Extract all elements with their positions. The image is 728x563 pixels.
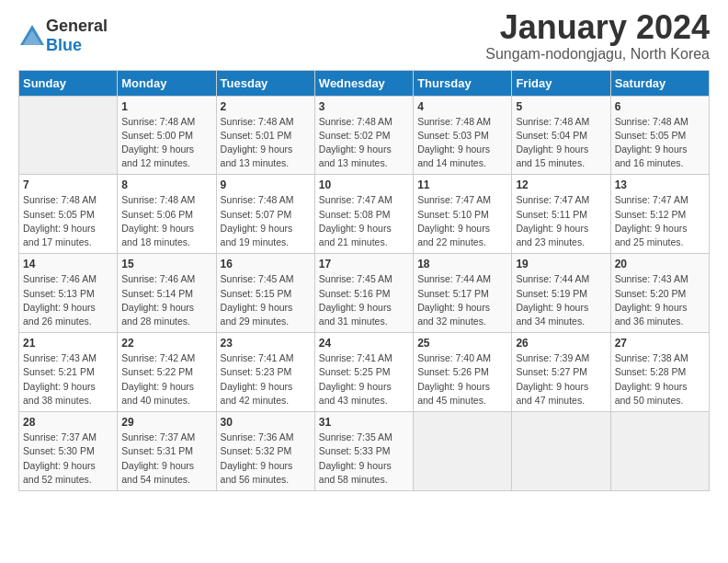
calendar-day-cell: 18Sunrise: 7:44 AMSunset: 5:17 PMDayligh…: [414, 254, 512, 333]
calendar-day-cell: 21Sunrise: 7:43 AMSunset: 5:21 PMDayligh…: [19, 333, 118, 412]
day-number: 7: [23, 178, 113, 191]
calendar-day-cell: [414, 412, 512, 491]
day-number: 26: [516, 337, 606, 350]
day-info: Sunrise: 7:48 AMSunset: 5:06 PMDaylight:…: [121, 193, 211, 249]
day-info: Sunrise: 7:44 AMSunset: 5:19 PMDaylight:…: [516, 272, 606, 328]
day-info: Sunrise: 7:47 AMSunset: 5:08 PMDaylight:…: [319, 193, 409, 249]
calendar-week-row: 21Sunrise: 7:43 AMSunset: 5:21 PMDayligh…: [19, 333, 710, 412]
day-number: 23: [221, 337, 311, 350]
day-number: 29: [121, 416, 211, 429]
day-number: 8: [121, 178, 211, 191]
day-info: Sunrise: 7:48 AMSunset: 5:03 PMDaylight:…: [417, 115, 507, 171]
day-number: 17: [319, 258, 409, 270]
calendar-day-cell: [512, 412, 610, 491]
calendar-day-cell: 6Sunrise: 7:48 AMSunset: 5:05 PMDaylight…: [610, 96, 709, 175]
day-number: 16: [221, 258, 311, 270]
day-number: 21: [23, 337, 113, 350]
calendar-day-cell: 27Sunrise: 7:38 AMSunset: 5:28 PMDayligh…: [610, 333, 709, 412]
day-info: Sunrise: 7:44 AMSunset: 5:17 PMDaylight:…: [417, 272, 507, 328]
calendar-day-cell: 22Sunrise: 7:42 AMSunset: 5:22 PMDayligh…: [118, 333, 216, 412]
calendar-day-cell: 23Sunrise: 7:41 AMSunset: 5:23 PMDayligh…: [216, 333, 314, 412]
day-number: 12: [516, 178, 606, 191]
day-number: 24: [319, 337, 409, 350]
day-number: 30: [221, 416, 311, 429]
day-info: Sunrise: 7:42 AMSunset: 5:22 PMDaylight:…: [121, 351, 211, 408]
calendar-day-cell: 28Sunrise: 7:37 AMSunset: 5:30 PMDayligh…: [19, 412, 118, 491]
day-header-wednesday: Wednesday: [314, 70, 413, 96]
calendar-day-cell: 4Sunrise: 7:48 AMSunset: 5:03 PMDaylight…: [414, 96, 512, 175]
calendar-day-cell: 17Sunrise: 7:45 AMSunset: 5:16 PMDayligh…: [314, 254, 413, 333]
calendar-day-cell: [19, 96, 118, 175]
day-number: 25: [417, 337, 507, 350]
day-info: Sunrise: 7:36 AMSunset: 5:32 PMDaylight:…: [221, 431, 311, 487]
day-number: 28: [23, 416, 113, 429]
month-title: January 2024: [485, 9, 710, 46]
day-header-saturday: Saturday: [610, 70, 709, 96]
day-info: Sunrise: 7:48 AMSunset: 5:02 PMDaylight:…: [319, 115, 409, 171]
calendar-week-row: 28Sunrise: 7:37 AMSunset: 5:30 PMDayligh…: [19, 412, 710, 491]
day-number: 3: [319, 100, 409, 113]
calendar-day-cell: 12Sunrise: 7:47 AMSunset: 5:11 PMDayligh…: [512, 175, 610, 254]
logo-general: General: [46, 17, 108, 35]
logo: General Blue: [18, 17, 108, 55]
day-info: Sunrise: 7:45 AMSunset: 5:16 PMDaylight:…: [319, 272, 409, 328]
day-info: Sunrise: 7:37 AMSunset: 5:31 PMDaylight:…: [121, 431, 211, 487]
calendar-day-cell: 7Sunrise: 7:48 AMSunset: 5:05 PMDaylight…: [19, 175, 118, 254]
calendar-header-row: SundayMondayTuesdayWednesdayThursdayFrid…: [19, 70, 710, 96]
day-info: Sunrise: 7:46 AMSunset: 5:14 PMDaylight:…: [121, 272, 211, 328]
page-header: General Blue January 2024 Sungam-nodongj…: [18, 9, 710, 63]
calendar-table: SundayMondayTuesdayWednesdayThursdayFrid…: [18, 70, 710, 491]
day-header-sunday: Sunday: [19, 70, 118, 96]
calendar-day-cell: 29Sunrise: 7:37 AMSunset: 5:31 PMDayligh…: [118, 412, 216, 491]
day-number: 22: [121, 337, 211, 350]
title-area: January 2024 Sungam-nodongjagu, North Ko…: [485, 9, 710, 63]
calendar-day-cell: 30Sunrise: 7:36 AMSunset: 5:32 PMDayligh…: [216, 412, 314, 491]
day-number: 13: [615, 178, 705, 191]
day-number: 31: [319, 416, 409, 429]
calendar-day-cell: 2Sunrise: 7:48 AMSunset: 5:01 PMDaylight…: [216, 96, 314, 175]
day-info: Sunrise: 7:48 AMSunset: 5:05 PMDaylight:…: [615, 115, 705, 171]
calendar-day-cell: 11Sunrise: 7:47 AMSunset: 5:10 PMDayligh…: [414, 175, 512, 254]
day-info: Sunrise: 7:48 AMSunset: 5:01 PMDaylight:…: [221, 115, 311, 171]
calendar-day-cell: 13Sunrise: 7:47 AMSunset: 5:12 PMDayligh…: [610, 175, 709, 254]
day-info: Sunrise: 7:43 AMSunset: 5:20 PMDaylight:…: [615, 272, 705, 328]
day-number: 20: [615, 258, 705, 270]
calendar-day-cell: 16Sunrise: 7:45 AMSunset: 5:15 PMDayligh…: [216, 254, 314, 333]
day-header-tuesday: Tuesday: [216, 70, 314, 96]
day-number: 19: [516, 258, 606, 270]
day-number: 9: [221, 178, 311, 191]
calendar-day-cell: 9Sunrise: 7:48 AMSunset: 5:07 PMDaylight…: [216, 175, 314, 254]
calendar-week-row: 7Sunrise: 7:48 AMSunset: 5:05 PMDaylight…: [19, 175, 710, 254]
calendar-day-cell: 15Sunrise: 7:46 AMSunset: 5:14 PMDayligh…: [118, 254, 216, 333]
day-info: Sunrise: 7:47 AMSunset: 5:12 PMDaylight:…: [615, 193, 705, 249]
day-number: 27: [615, 337, 705, 350]
day-info: Sunrise: 7:39 AMSunset: 5:27 PMDaylight:…: [516, 351, 606, 408]
calendar-day-cell: 26Sunrise: 7:39 AMSunset: 5:27 PMDayligh…: [512, 333, 610, 412]
day-info: Sunrise: 7:48 AMSunset: 5:00 PMDaylight:…: [121, 115, 211, 171]
logo-blue: Blue: [46, 36, 82, 54]
calendar-day-cell: 1Sunrise: 7:48 AMSunset: 5:00 PMDaylight…: [118, 96, 216, 175]
calendar-day-cell: 14Sunrise: 7:46 AMSunset: 5:13 PMDayligh…: [19, 254, 118, 333]
calendar-day-cell: 25Sunrise: 7:40 AMSunset: 5:26 PMDayligh…: [414, 333, 512, 412]
calendar-week-row: 1Sunrise: 7:48 AMSunset: 5:00 PMDaylight…: [19, 96, 710, 175]
calendar-day-cell: [610, 412, 709, 491]
calendar-day-cell: 5Sunrise: 7:48 AMSunset: 5:04 PMDaylight…: [512, 96, 610, 175]
day-info: Sunrise: 7:48 AMSunset: 5:04 PMDaylight:…: [516, 115, 606, 171]
calendar-day-cell: 3Sunrise: 7:48 AMSunset: 5:02 PMDaylight…: [314, 96, 413, 175]
day-info: Sunrise: 7:48 AMSunset: 5:05 PMDaylight:…: [23, 193, 113, 249]
calendar-day-cell: 31Sunrise: 7:35 AMSunset: 5:33 PMDayligh…: [314, 412, 413, 491]
day-number: 4: [417, 100, 507, 113]
day-number: 5: [516, 100, 606, 113]
subtitle: Sungam-nodongjagu, North Korea: [485, 46, 710, 63]
day-info: Sunrise: 7:47 AMSunset: 5:10 PMDaylight:…: [417, 193, 507, 249]
calendar-week-row: 14Sunrise: 7:46 AMSunset: 5:13 PMDayligh…: [19, 254, 710, 333]
logo-icon: [18, 23, 46, 49]
day-number: 10: [319, 178, 409, 191]
day-info: Sunrise: 7:35 AMSunset: 5:33 PMDaylight:…: [319, 431, 409, 487]
day-number: 18: [417, 258, 507, 270]
day-number: 6: [615, 100, 705, 113]
day-info: Sunrise: 7:47 AMSunset: 5:11 PMDaylight:…: [516, 193, 606, 249]
day-header-monday: Monday: [118, 70, 216, 96]
day-header-thursday: Thursday: [414, 70, 512, 96]
day-info: Sunrise: 7:41 AMSunset: 5:23 PMDaylight:…: [221, 351, 311, 408]
